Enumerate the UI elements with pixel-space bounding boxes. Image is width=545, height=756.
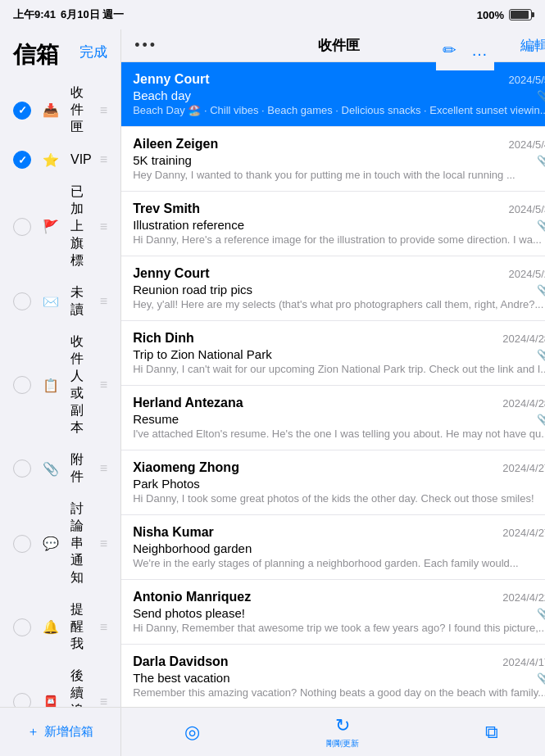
drag-handle-inbox[interactable]: ≡ bbox=[100, 103, 107, 118]
email-date-9: 2024/4/17 bbox=[502, 656, 545, 668]
left-bottom-bar: ＋ 新增信箱 bbox=[0, 707, 120, 756]
email-item-1[interactable]: Aileen Zeigen 2024/5/4 5K training 📎 Hey… bbox=[121, 127, 545, 192]
attachment-icon-5: 📎 bbox=[537, 414, 545, 426]
right-panel: ••• 收件匣 編輯 Jenny Court 2024/5/5 Beach da… bbox=[121, 29, 545, 756]
mailbox-icon-vip: ⭐ bbox=[39, 152, 62, 168]
email-sender-2: Trev Smith bbox=[133, 201, 200, 216]
attachment-icon-3: 📎 bbox=[537, 284, 545, 297]
checkbox-attachments[interactable] bbox=[13, 459, 31, 478]
more-icon[interactable]: … bbox=[471, 41, 488, 60]
checkbox-vip[interactable] bbox=[13, 151, 31, 169]
email-date-4: 2024/4/28 bbox=[502, 333, 545, 345]
checkbox-thread-notifications[interactable] bbox=[13, 535, 31, 553]
filter-icon: ◎ bbox=[184, 722, 200, 743]
dots-icon[interactable]: ••• bbox=[134, 37, 157, 54]
sidebar-item-thread-notifications[interactable]: 💬 討論串通知 ≡ bbox=[0, 493, 120, 594]
email-subject-4: Trip to Zion National Park bbox=[133, 347, 272, 361]
mailbox-label-flagged: 已加上旗標 bbox=[70, 183, 92, 269]
email-preview-3: Hey, y'all! Here are my selects (that's … bbox=[133, 298, 545, 310]
mailbox-icon-flagged: 🚩 bbox=[39, 219, 62, 235]
checkbox-unread[interactable] bbox=[13, 292, 31, 310]
email-date-7: 2024/4/27 bbox=[502, 527, 545, 539]
email-preview-8: Hi Danny, Remember that awesome trip we … bbox=[133, 622, 545, 634]
left-panel: 信箱 完成 📥 收件匣 ≡ ⭐ VIP ≡ 🚩 已加上旗標 ≡ ✉️ 未讀 ≡ … bbox=[0, 29, 121, 756]
new-mailbox-button[interactable]: ＋ 新增信箱 bbox=[27, 724, 93, 740]
email-preview-1: Hey Danny, I wanted to thank you for put… bbox=[133, 169, 545, 181]
attachment-icon-9: 📎 bbox=[537, 672, 545, 685]
email-list: Jenny Court 2024/5/5 Beach day 📎 Beach D… bbox=[121, 62, 545, 707]
email-date-6: 2024/4/27 bbox=[502, 462, 545, 474]
email-date-2: 2024/5/3 bbox=[509, 203, 546, 215]
mailbox-label-remind-me: 提醒我 bbox=[70, 601, 92, 653]
sidebar-item-follow-up[interactable]: 📮 後續追蹤 ≡ bbox=[0, 660, 120, 707]
checkbox-flagged[interactable] bbox=[13, 218, 31, 236]
email-preview-2: Hi Danny, Here's a reference image for t… bbox=[133, 233, 545, 246]
email-date-5: 2024/4/28 bbox=[502, 397, 545, 410]
email-sender-4: Rich Dinh bbox=[133, 331, 194, 346]
sidebar-item-vip[interactable]: ⭐ VIP ≡ bbox=[0, 143, 120, 176]
inbox-title: 收件匣 bbox=[318, 36, 360, 55]
email-item-6[interactable]: Xiaomeng Zhong 2024/4/27 Park Photos Hi … bbox=[121, 450, 545, 515]
email-sender-5: Herland Antezana bbox=[133, 396, 243, 410]
email-preview-4: Hi Danny, I can't wait for our upcoming … bbox=[133, 363, 545, 375]
sidebar-item-flagged[interactable]: 🚩 已加上旗標 ≡ bbox=[0, 176, 120, 277]
sidebar-item-remind-me[interactable]: 🔔 提醒我 ≡ bbox=[0, 594, 120, 660]
email-item-9[interactable]: Darla Davidson 2024/4/17 The best vacati… bbox=[121, 645, 545, 707]
email-item-3[interactable]: Jenny Court 2024/5/2 Reunion road trip p… bbox=[121, 256, 545, 321]
email-preview-9: Remember this amazing vacation? Nothing … bbox=[133, 686, 545, 699]
email-preview-6: Hi Danny, I took some great photos of th… bbox=[133, 492, 545, 505]
drag-handle-to-me[interactable]: ≡ bbox=[100, 378, 107, 392]
mailbox-icon-inbox: 📥 bbox=[39, 102, 62, 119]
email-subject-3: Reunion road trip pics bbox=[133, 283, 252, 297]
status-bar: 上午9:41 6月10日 週一 100% bbox=[0, 0, 545, 29]
compose-icon[interactable]: ✏︎ bbox=[443, 40, 456, 60]
right-bottom-bar: ◎ ↻ 剛剛更新 ⧉ bbox=[121, 707, 545, 756]
checkbox-to-me[interactable] bbox=[13, 376, 31, 394]
checkbox-inbox[interactable] bbox=[13, 102, 31, 120]
drag-handle-flagged[interactable]: ≡ bbox=[100, 220, 107, 234]
mailbox-icon-unread: ✉️ bbox=[39, 293, 62, 310]
tab-copy[interactable]: ⧉ bbox=[485, 722, 498, 743]
mailbox-label-inbox: 收件匣 bbox=[70, 84, 92, 136]
drag-handle-remind-me[interactable]: ≡ bbox=[100, 620, 107, 635]
drag-handle-vip[interactable]: ≡ bbox=[100, 152, 107, 167]
drag-handle-follow-up[interactable]: ≡ bbox=[100, 695, 107, 707]
mailbox-label-unread: 未讀 bbox=[70, 284, 92, 319]
email-item-2[interactable]: Trev Smith 2024/5/3 Illustration referen… bbox=[121, 192, 545, 256]
email-preview-0: Beach Day 🏖️ · Chill vibes · Beach games… bbox=[133, 104, 545, 116]
checkbox-remind-me[interactable] bbox=[13, 618, 31, 636]
email-sender-0: Jenny Court bbox=[133, 72, 209, 87]
email-item-7[interactable]: Nisha Kumar 2024/4/27 Neighborhood garde… bbox=[121, 515, 545, 580]
sidebar-item-attachments[interactable]: 📎 附件 ≡ bbox=[0, 444, 120, 493]
edit-button[interactable]: 編輯 bbox=[520, 36, 545, 55]
mailbox-icon-attachments: 📎 bbox=[39, 460, 62, 477]
email-subject-6: Park Photos bbox=[133, 477, 200, 491]
email-sender-6: Xiaomeng Zhong bbox=[133, 460, 239, 475]
email-item-4[interactable]: Rich Dinh 2024/4/28 Trip to Zion Nationa… bbox=[121, 321, 545, 386]
drag-handle-attachments[interactable]: ≡ bbox=[100, 461, 107, 476]
email-item-8[interactable]: Antonio Manriquez 2024/4/22 Send photos … bbox=[121, 580, 545, 645]
attachment-icon-0: 📎 bbox=[537, 90, 545, 102]
tab-filter[interactable]: ◎ bbox=[184, 722, 200, 743]
email-item-5[interactable]: Herland Antezana 2024/4/28 Resume 📎 I've… bbox=[121, 386, 545, 450]
email-sender-3: Jenny Court bbox=[133, 266, 209, 281]
drag-handle-thread-notifications[interactable]: ≡ bbox=[100, 536, 107, 551]
tab-refresh[interactable]: ↻ 剛剛更新 bbox=[326, 715, 359, 749]
email-sender-7: Nisha Kumar bbox=[133, 525, 214, 540]
attachment-icon-2: 📎 bbox=[537, 220, 545, 232]
sidebar-item-to-me[interactable]: 📋 收件人或副本 ≡ bbox=[0, 326, 120, 444]
email-sender-1: Aileen Zeigen bbox=[133, 137, 218, 152]
attachment-icon-8: 📎 bbox=[537, 608, 545, 620]
mailbox-label-to-me: 收件人或副本 bbox=[70, 333, 92, 437]
email-item-0[interactable]: Jenny Court 2024/5/5 Beach day 📎 Beach D… bbox=[121, 62, 545, 127]
email-date-3: 2024/5/2 bbox=[509, 268, 546, 280]
drag-handle-unread[interactable]: ≡ bbox=[100, 294, 107, 309]
plus-icon: ＋ bbox=[27, 724, 39, 740]
email-date-1: 2024/5/4 bbox=[509, 138, 546, 151]
email-subject-7: Neighborhood garden bbox=[133, 541, 252, 555]
done-button[interactable]: 完成 bbox=[79, 39, 107, 65]
email-date-8: 2024/4/22 bbox=[502, 591, 545, 604]
checkbox-follow-up[interactable] bbox=[13, 693, 31, 707]
sidebar-item-inbox[interactable]: 📥 收件匣 ≡ bbox=[0, 77, 120, 143]
sidebar-item-unread[interactable]: ✉️ 未讀 ≡ bbox=[0, 277, 120, 326]
